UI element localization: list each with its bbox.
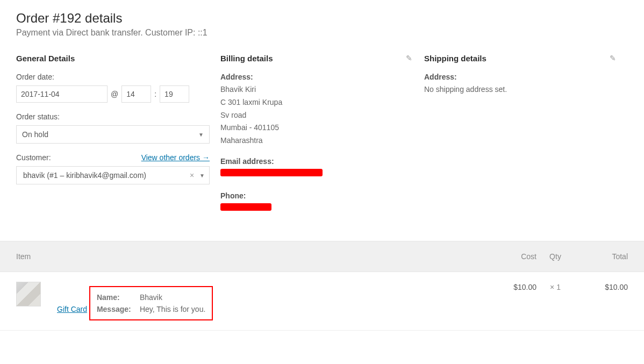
redacted-phone	[220, 203, 271, 211]
billing-email-label: Email address:	[220, 157, 413, 166]
at-separator: @	[111, 90, 118, 98]
pencil-icon[interactable]: ✎	[406, 54, 412, 62]
order-date-label: Order date:	[16, 73, 210, 81]
order-minute-input[interactable]	[160, 85, 189, 103]
redacted-email	[220, 169, 323, 176]
billing-line: Mumbai - 401105	[220, 122, 413, 134]
col-header-total: Total	[574, 252, 628, 261]
order-date-input[interactable]	[16, 85, 108, 103]
items-header-row: Item Cost Qty Total	[0, 241, 644, 272]
item-qty: × 1	[536, 283, 574, 291]
order-status-select[interactable]: On hold ▼	[16, 125, 210, 144]
billing-address: Bhavik Kiri C 301 laxmi Krupa Sv road Mu…	[220, 83, 413, 147]
chevron-down-icon: ▼	[198, 132, 204, 138]
billing-line: Maharashtra	[220, 134, 413, 147]
shipping-address-label: Address:	[424, 73, 617, 81]
item-total: $10.00	[574, 283, 628, 291]
chevron-down-icon[interactable]: ▼	[199, 173, 205, 179]
billing-line: Sv road	[220, 109, 413, 122]
clear-icon[interactable]: ×	[190, 171, 194, 180]
page-title: Order #192 details	[16, 11, 628, 26]
meta-message-key: Message:	[97, 305, 134, 313]
item-row: Gift Card Name: Bhavik Message: Hey, Thi…	[0, 272, 644, 331]
view-other-orders-link[interactable]: View other orders →	[141, 153, 210, 162]
billing-line: C 301 laxmi Krupa	[220, 96, 413, 109]
order-status-label: Order status:	[16, 112, 210, 121]
general-column: General Details Order date: @ : Order st…	[16, 54, 220, 225]
billing-address-label: Address:	[220, 73, 413, 81]
billing-heading: Billing details	[220, 54, 413, 63]
shipping-none: No shipping address set.	[424, 83, 617, 96]
item-thumbnail[interactable]	[16, 282, 41, 306]
meta-name-val: Bhavik	[140, 293, 162, 302]
meta-message-val: Hey, This is for you.	[140, 305, 205, 313]
shipping-heading: Shipping details	[424, 54, 617, 63]
customer-label: Customer:	[16, 153, 51, 162]
billing-line: Bhavik Kiri	[220, 83, 413, 96]
col-header-cost: Cost	[488, 252, 536, 261]
order-hour-input[interactable]	[121, 85, 151, 103]
shipping-column: ✎ Shipping details Address: No shipping …	[424, 54, 628, 225]
page-subtitle: Payment via Direct bank transfer. Custom…	[16, 28, 628, 38]
customer-value: bhavik (#1 – kiribhavik4@gmail.com)	[21, 171, 190, 180]
billing-column: ✎ Billing details Address: Bhavik Kiri C…	[220, 54, 424, 225]
order-status-value: On hold	[22, 130, 48, 139]
billing-phone-label: Phone:	[220, 191, 413, 200]
item-name-link[interactable]: Gift Card	[57, 305, 87, 313]
item-meta-box: Name: Bhavik Message: Hey, This is for y…	[89, 286, 213, 320]
col-header-item: Item	[16, 252, 488, 261]
col-header-qty: Qty	[536, 252, 574, 261]
items-section: Item Cost Qty Total Gift Card Name: Bhav…	[0, 241, 644, 331]
general-heading: General Details	[16, 54, 210, 63]
colon-separator: :	[154, 90, 156, 98]
pencil-icon[interactable]: ✎	[610, 54, 616, 62]
meta-name-key: Name:	[97, 293, 134, 302]
item-cost: $10.00	[488, 283, 536, 291]
customer-select[interactable]: bhavik (#1 – kiribhavik4@gmail.com) × ▼	[16, 166, 210, 184]
